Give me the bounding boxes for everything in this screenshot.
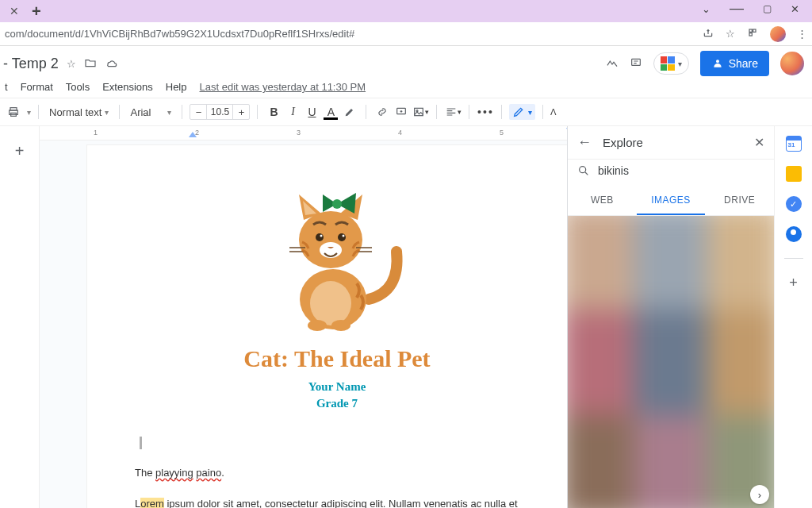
- svg-point-11: [310, 281, 351, 325]
- menu-item-tools[interactable]: Tools: [66, 81, 90, 93]
- font-size-decrease[interactable]: −: [190, 106, 206, 118]
- svg-point-16: [316, 233, 324, 241]
- chevron-down-icon[interactable]: ⌄: [702, 3, 710, 20]
- svg-point-18: [320, 235, 323, 237]
- browser-profile-avatar[interactable]: [770, 26, 786, 42]
- share-button[interactable]: Share: [700, 51, 769, 76]
- cat-illustration[interactable]: [258, 180, 416, 339]
- share-page-icon[interactable]: [702, 26, 714, 41]
- docs-toolbar: ▾ Normal text▾ Arial▾ − 10.5 + B I U A ▾…: [0, 98, 812, 126]
- account-avatar[interactable]: [780, 52, 804, 75]
- window-minimize-button[interactable]: —: [730, 0, 744, 17]
- document-subheading[interactable]: Your Name Grade 7: [135, 379, 539, 412]
- meet-button[interactable]: ▾: [653, 52, 689, 75]
- align-button[interactable]: ▾: [444, 102, 462, 121]
- browser-tab-strip: ✕ + ⌄ — ▢ ✕: [0, 0, 812, 22]
- menu-item[interactable]: t: [5, 81, 8, 93]
- explore-back-button[interactable]: ←: [577, 134, 592, 151]
- print-icon[interactable]: [5, 102, 22, 121]
- font-size-stepper[interactable]: − 10.5 +: [190, 104, 250, 120]
- explore-panel: ← Explore ✕ WEB IMAGES DRIVE ›: [567, 126, 774, 508]
- explore-search-input[interactable]: [598, 164, 764, 177]
- cloud-status-icon[interactable]: [105, 56, 117, 71]
- more-options-button[interactable]: •••: [477, 102, 494, 121]
- insert-link-button[interactable]: [373, 102, 391, 121]
- contacts-icon[interactable]: [786, 226, 802, 242]
- font-size-increase[interactable]: +: [233, 106, 249, 118]
- explore-image-results[interactable]: ›: [568, 216, 774, 508]
- last-edit-link[interactable]: Last edit was yesterday at 11:30 PM: [200, 81, 366, 93]
- document-title[interactable]: - Temp 2: [3, 56, 59, 72]
- star-icon[interactable]: ☆: [67, 58, 76, 70]
- font-family-dropdown[interactable]: Arial▾: [127, 105, 174, 120]
- text-color-button[interactable]: A: [322, 102, 339, 121]
- explore-tab-web[interactable]: WEB: [568, 187, 637, 215]
- tasks-icon[interactable]: [786, 196, 802, 212]
- explore-title: Explore: [603, 136, 643, 149]
- show-outline-button[interactable]: +: [15, 142, 25, 160]
- bold-button[interactable]: B: [265, 102, 282, 121]
- tab-close-icon[interactable]: ✕: [10, 5, 19, 17]
- underline-button[interactable]: U: [303, 102, 320, 121]
- keep-icon[interactable]: [786, 166, 802, 182]
- indent-marker-right[interactable]: [566, 128, 567, 133]
- document-canvas[interactable]: 1 2 3 4 5: [40, 126, 567, 508]
- svg-point-12: [308, 320, 327, 331]
- svg-rect-3: [631, 59, 640, 65]
- menu-item-format[interactable]: Format: [21, 81, 53, 93]
- svg-rect-0: [749, 29, 752, 32]
- bookmark-star-icon[interactable]: ☆: [726, 28, 735, 40]
- explore-next-button[interactable]: ›: [750, 485, 769, 504]
- highlight-color-button[interactable]: [341, 102, 358, 121]
- search-icon: [577, 164, 590, 177]
- side-panel-add-button[interactable]: +: [789, 275, 798, 291]
- svg-point-19: [343, 235, 345, 237]
- explore-tab-drive[interactable]: DRIVE: [705, 187, 774, 215]
- collapse-toolbar-button[interactable]: ᐱ: [550, 107, 557, 117]
- move-icon[interactable]: [84, 56, 97, 71]
- new-tab-button[interactable]: +: [32, 2, 41, 21]
- document-heading[interactable]: Cat: The Ideal Pet: [135, 345, 539, 372]
- svg-rect-1: [753, 29, 756, 32]
- svg-rect-8: [415, 108, 423, 115]
- editing-mode-dropdown[interactable]: ▾: [509, 104, 535, 120]
- side-panel-divider: [784, 258, 803, 259]
- docs-title-bar: - Temp 2 ☆ ▾ Share: [0, 46, 812, 78]
- docs-menu-bar: t Format Tools Extensions Help Last edit…: [0, 78, 812, 98]
- svg-point-14: [299, 211, 362, 268]
- extensions-icon[interactable]: [746, 26, 759, 41]
- outline-rail: +: [0, 126, 40, 508]
- comment-history-icon[interactable]: [630, 56, 642, 71]
- document-page[interactable]: Cat: The Ideal Pet Your Name Grade 7 The…: [87, 145, 567, 508]
- paragraph-style-dropdown[interactable]: Normal text▾: [46, 105, 112, 120]
- google-side-panel: +: [774, 126, 812, 508]
- browser-url-bar[interactable]: com/document/d/1VhViCBijRhBd7wb59G2X1Ucd…: [0, 22, 812, 46]
- insert-comment-button[interactable]: [393, 102, 410, 121]
- svg-point-15: [332, 199, 342, 209]
- explore-search-row[interactable]: [568, 159, 774, 182]
- calendar-icon[interactable]: [786, 136, 802, 152]
- text-cursor: [140, 437, 142, 449]
- window-close-button[interactable]: ✕: [791, 3, 799, 20]
- explore-close-button[interactable]: ✕: [754, 135, 764, 150]
- font-size-value[interactable]: 10.5: [206, 105, 233, 119]
- svg-point-13: [331, 320, 350, 331]
- window-maximize-button[interactable]: ▢: [763, 3, 772, 20]
- explore-tab-images[interactable]: IMAGES: [637, 187, 706, 215]
- svg-point-21: [580, 167, 586, 173]
- activity-icon[interactable]: [606, 56, 619, 71]
- document-body-text[interactable]: The playying paino. Lorem ipsum dolor si…: [135, 434, 539, 508]
- svg-point-17: [338, 233, 346, 241]
- menu-item-extensions[interactable]: Extensions: [102, 81, 153, 93]
- svg-rect-2: [749, 33, 752, 36]
- horizontal-ruler[interactable]: 1 2 3 4 5: [40, 126, 567, 140]
- italic-button[interactable]: I: [284, 102, 301, 121]
- menu-item-help[interactable]: Help: [166, 81, 187, 93]
- insert-image-button[interactable]: ▾: [412, 102, 429, 121]
- browser-menu-icon[interactable]: ⋮: [797, 28, 807, 40]
- url-text: com/document/d/1VhViCBijRhBd7wb59G2X1Ucd…: [5, 28, 354, 40]
